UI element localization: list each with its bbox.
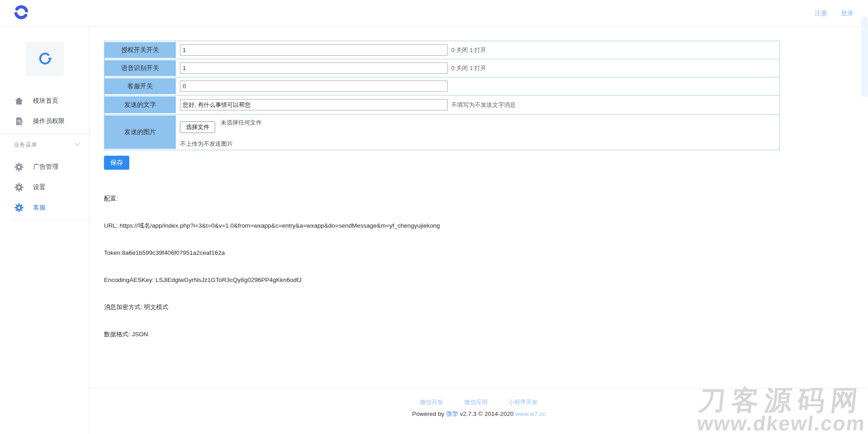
scrollbar-thumb[interactable] (862, 16, 868, 97)
sidebar-item-label: 广告管理 (33, 163, 58, 171)
gear-icon (14, 162, 24, 172)
register-link[interactable]: 注册 (815, 10, 827, 18)
footer: 微信开发 微信应用 小程序开发 Powered by 微擎 v2.7.3 © 2… (90, 388, 868, 434)
topbar-links: 注册 登录 (815, 0, 854, 27)
auth-switch-input[interactable] (180, 44, 448, 56)
sidebar-section-business-menu[interactable]: 业务菜单 (0, 135, 90, 155)
form-row-send-text: 发送的文字 不填写为不发送文字消息 (104, 95, 779, 114)
choose-file-button[interactable]: 选择文件 (180, 121, 215, 133)
module-logo-box (26, 42, 64, 76)
config-line-data-format: 数据格式: JSON (104, 330, 440, 339)
save-button[interactable]: 保存 (104, 156, 129, 170)
sidebar-item-label: 设置 (33, 183, 46, 191)
sidebar-section-label: 业务菜单 (14, 141, 37, 149)
footer-powered: Powered by 微擎 v2.7.3 © 2014-2020 www.w7.… (90, 410, 868, 418)
form-row-hint: 0:关闭 1:打开 (451, 64, 486, 72)
form-row-voice-recognition-switch: 语音识别开关 0:关闭 1:打开 (104, 59, 779, 77)
footer-link-wechat-dev[interactable]: 微信开发 (420, 398, 443, 406)
footer-link-wechat-app[interactable]: 微信应用 (464, 398, 488, 406)
send-text-input[interactable] (180, 99, 448, 110)
sidebar-item-label: 模块首页 (33, 97, 58, 105)
form-row-hint: 0:关闭 1:打开 (451, 46, 486, 54)
form-row-label: 语音识别开关 (104, 59, 176, 77)
sidebar-item-settings[interactable]: 设置 (0, 177, 90, 197)
footer-link-miniprogram-dev[interactable]: 小程序开发 (509, 398, 538, 406)
config-line-encrypt-mode: 消息加密方式: 明文模式 (104, 303, 440, 312)
main-content: 授权开关开关 0:关闭 1:打开 语音识别开关 0:关闭 1:打开 客服开关 (90, 27, 868, 388)
voice-recognition-switch-input[interactable] (180, 62, 448, 74)
file-upload-hint: 不上传为不发送图片 (180, 140, 233, 148)
config-line: 配置: (104, 194, 440, 203)
topbar: 注册 登录 (0, 0, 868, 27)
settings-form-table: 授权开关开关 0:关闭 1:打开 语音识别开关 0:关闭 1:打开 客服开关 (104, 41, 780, 150)
no-file-selected-text: 未选择任何文件 (221, 119, 262, 127)
sidebar: 模块首页 操作员权限 业务菜单 (0, 27, 90, 434)
config-line-aeskey: EncodingAESKey: LSJiEdglwGyrNsJz1GToR3cQ… (104, 276, 440, 285)
sidebar-item-ad-management[interactable]: 广告管理 (0, 157, 90, 177)
form-row-hint: 不填写为不发送文字消息 (451, 101, 516, 109)
form-row-label: 授权开关开关 (104, 41, 176, 59)
version-text: v2.7.3 © 2014-2020 (458, 410, 515, 417)
sidebar-divider (13, 219, 90, 220)
weengine-brand-link[interactable]: 微擎 (446, 410, 458, 417)
form-row-label: 发送的文字 (104, 95, 176, 114)
w7-site-link[interactable]: www.w7.cc (515, 410, 546, 417)
gear-icon (14, 183, 24, 192)
page: 注册 登录 模块首页 (0, 0, 868, 434)
sidebar-item-customer-service[interactable]: 客服 (0, 198, 90, 218)
login-link[interactable]: 登录 (841, 10, 854, 18)
chevron-down-icon (75, 143, 80, 146)
gear-icon (14, 203, 24, 212)
refresh-icon (37, 51, 53, 67)
sidebar-item-operator-permissions[interactable]: 操作员权限 (0, 111, 90, 131)
sidebar-item-label: 操作员权限 (33, 117, 65, 125)
config-line-token: Token:8a6e1b599c39f406f07951a2ceaf162a (104, 248, 440, 258)
customer-service-switch-input[interactable] (180, 81, 448, 92)
form-row-send-image: 发送的图片 选择文件 未选择任何文件 不上传为不发送图片 (104, 114, 779, 150)
sidebar-divider (0, 134, 90, 134)
form-row-label: 发送的图片 (104, 114, 176, 150)
weengine-swirl-logo-icon[interactable] (12, 3, 30, 21)
form-row-customer-service-switch: 客服开关 (104, 77, 779, 95)
powered-prefix: Powered by (412, 410, 446, 417)
config-info-block: 配置: URL: https://域名/app/index.php?i=3&t=… (104, 176, 440, 357)
config-line-url: URL: https://域名/app/index.php?i=3&t=0&v=… (104, 221, 440, 230)
footer-links: 微信开发 微信应用 小程序开发 (90, 398, 868, 406)
form-row-auth-switch: 授权开关开关 0:关闭 1:打开 (104, 41, 779, 59)
form-row-label: 客服开关 (104, 77, 176, 95)
sidebar-item-module-home[interactable]: 模块首页 (0, 91, 90, 111)
document-edit-icon (14, 117, 24, 126)
sidebar-item-label: 客服 (33, 204, 46, 212)
home-icon (14, 96, 24, 105)
